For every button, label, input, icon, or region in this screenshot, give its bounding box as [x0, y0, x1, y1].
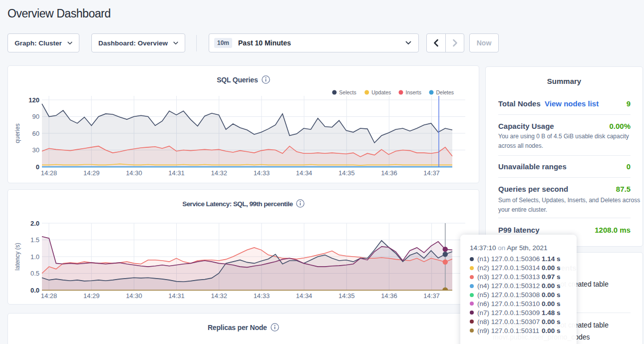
svg-text:Updates: Updates [371, 89, 391, 95]
svg-text:14:37: 14:37 [423, 292, 440, 300]
svg-text:14:28: 14:28 [41, 292, 57, 300]
svg-text:latency (s): latency (s) [14, 243, 21, 270]
svg-text:14:32: 14:32 [211, 169, 227, 177]
svg-text:30: 30 [32, 146, 39, 154]
svg-text:14:29: 14:29 [83, 292, 100, 300]
svg-text:14:31: 14:31 [168, 292, 185, 300]
svg-text:0.5: 0.5 [30, 270, 39, 277]
svg-text:1.5: 1.5 [30, 236, 39, 244]
svg-text:14:35: 14:35 [338, 292, 355, 300]
svg-text:14:34: 14:34 [296, 169, 313, 177]
svg-text:Deletes: Deletes [436, 89, 454, 95]
svg-text:0.0: 0.0 [30, 287, 39, 294]
svg-text:14:29: 14:29 [83, 169, 100, 177]
svg-text:Selects: Selects [339, 89, 356, 95]
svg-text:90: 90 [32, 113, 39, 120]
svg-text:14:36: 14:36 [381, 292, 397, 300]
svg-text:14:34: 14:34 [296, 292, 313, 300]
svg-text:Inserts: Inserts [406, 89, 422, 95]
svg-text:14:31: 14:31 [168, 169, 185, 177]
svg-text:14:35: 14:35 [338, 169, 355, 177]
svg-text:60: 60 [32, 130, 39, 137]
svg-text:1.0: 1.0 [30, 253, 39, 261]
svg-text:14:30: 14:30 [126, 292, 142, 300]
svg-text:14:33: 14:33 [254, 292, 270, 300]
svg-text:2.0: 2.0 [30, 220, 39, 227]
svg-text:14:32: 14:32 [211, 292, 227, 300]
svg-text:queries: queries [14, 123, 21, 143]
svg-text:120: 120 [28, 96, 39, 104]
svg-text:0: 0 [36, 163, 39, 171]
svg-text:14:37: 14:37 [423, 169, 440, 177]
svg-text:14:36: 14:36 [381, 169, 397, 177]
svg-text:14:30: 14:30 [126, 169, 142, 177]
svg-text:14:33: 14:33 [254, 169, 270, 177]
svg-text:14:28: 14:28 [41, 169, 57, 177]
